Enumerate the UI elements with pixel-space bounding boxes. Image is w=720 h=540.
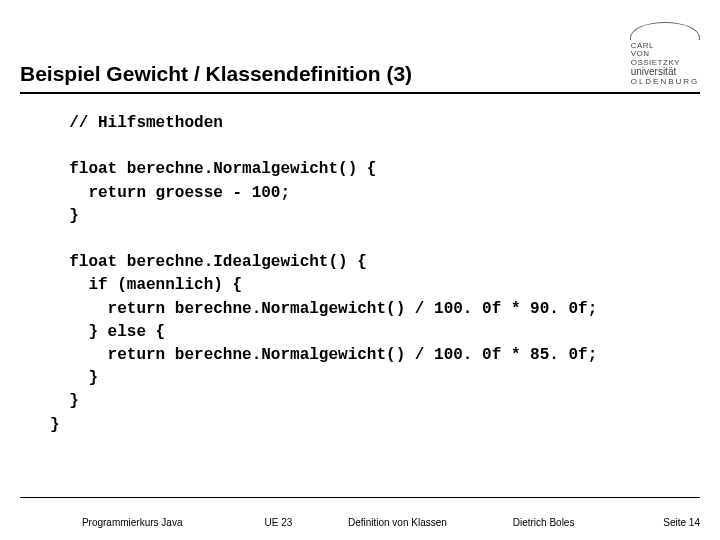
- logo-city: OLDENBURG: [631, 77, 700, 86]
- footer-course: Programmierkurs Java: [20, 517, 244, 528]
- code-block: // Hilfsmethoden float berechne.Normalge…: [0, 94, 720, 437]
- slide: Beispiel Gewicht / Klassendefinition (3)…: [0, 0, 720, 540]
- footer-rule: [20, 497, 700, 498]
- logo-text: CARL VON OSSIETZKY universität OLDENBURG: [631, 42, 700, 86]
- slide-title: Beispiel Gewicht / Klassendefinition (3): [20, 62, 412, 88]
- footer-unit: UE 23: [244, 517, 312, 528]
- university-logo: CARL VON OSSIETZKY universität OLDENBURG: [630, 22, 700, 88]
- footer-page: Seite 14: [605, 517, 700, 528]
- logo-uni: universität: [631, 66, 677, 77]
- logo-arc-icon: [630, 22, 700, 40]
- footer-topic: Definition von Klassen: [312, 517, 482, 528]
- footer: Programmierkurs Java UE 23 Definition vo…: [20, 517, 700, 528]
- footer-author: Dietrich Boles: [482, 517, 604, 528]
- header: Beispiel Gewicht / Klassendefinition (3)…: [0, 0, 720, 88]
